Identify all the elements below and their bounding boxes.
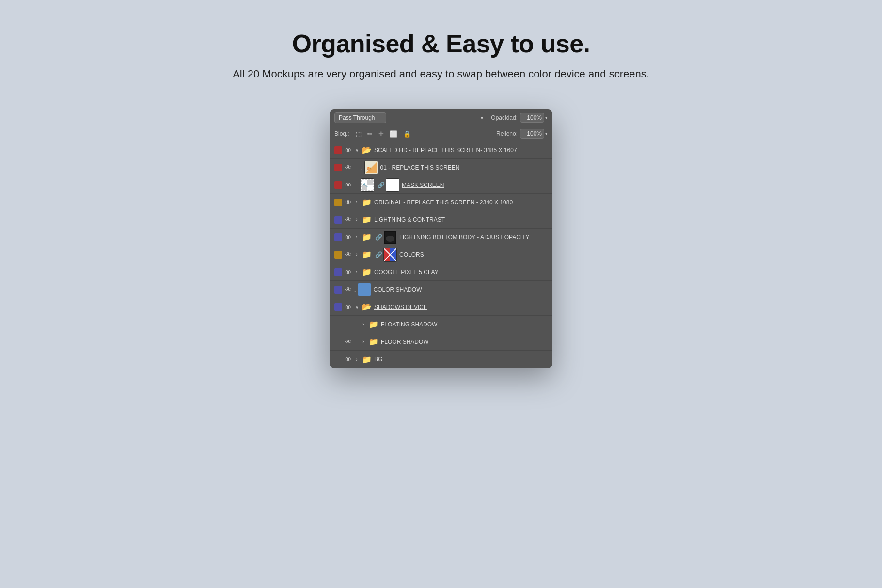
bloq-label: Bloq.: <box>334 130 349 137</box>
layer-visibility-toggle[interactable]: 👁 <box>343 232 354 243</box>
lock-artboard-icon[interactable]: ⬜ <box>388 130 399 138</box>
layer-row[interactable]: 👁 ↓ 🎨 01 - REPLACE THIS SCREEN <box>330 159 552 176</box>
layer-color-strip <box>333 298 343 316</box>
expand-chevron[interactable]: › <box>361 322 366 327</box>
layer-name: COLOR SHADOW <box>374 286 549 293</box>
page-subtitle: All 20 Mockups are very organised and ea… <box>233 68 649 80</box>
color-indicator <box>334 251 342 259</box>
color-indicator <box>334 233 342 241</box>
folder-icon: 📁 <box>369 320 378 329</box>
layer-visibility-toggle[interactable]: 👁 <box>343 354 354 365</box>
layer-row[interactable]: › 📁 FLOATING SHADOW <box>330 316 552 333</box>
folder-icon: 📂 <box>362 145 372 155</box>
layer-row[interactable]: 👁 › 📁 LIGHTNING & CONTRAST <box>330 211 552 229</box>
layer-visibility-toggle[interactable]: 👁 <box>343 284 354 295</box>
layer-name: SHADOWS DEVICE <box>374 304 549 310</box>
expand-chevron[interactable]: ∨ <box>354 304 360 309</box>
layer-row[interactable]: 👁 › 📁 ORIGINAL - REPLACE THIS SCREEN - 2… <box>330 194 552 211</box>
link-icon: 🔗 <box>375 251 382 258</box>
blend-mode-wrapper: Pass Through Normal Multiply Screen <box>334 112 486 123</box>
layer-visibility-toggle[interactable]: 👁 <box>343 162 354 173</box>
layer-name: BG <box>374 356 549 363</box>
layer-color-strip <box>333 141 343 159</box>
photoshop-layers-panel: Pass Through Normal Multiply Screen Opac… <box>330 109 552 368</box>
layer-color-strip <box>333 281 343 298</box>
expand-chevron[interactable]: ∨ <box>354 147 360 153</box>
layer-color-strip <box>333 159 343 176</box>
expand-chevron[interactable]: › <box>354 252 360 257</box>
expand-chevron[interactable]: › <box>354 269 360 275</box>
layer-name: FLOATING SHADOW <box>381 321 549 328</box>
layer-row[interactable]: 👁 ∨ 📂 SHADOWS DEVICE <box>330 298 552 316</box>
expand-chevron[interactable]: › <box>354 234 360 240</box>
layer-row[interactable]: 👁 🔧 🔗 MASK SCREEN <box>330 176 552 194</box>
layer-color-strip <box>333 351 343 368</box>
layer-row[interactable]: 👁 › 📁 FLOOR SHADOW <box>330 333 552 351</box>
folder-icon: 📁 <box>362 355 372 364</box>
color-indicator <box>334 216 342 224</box>
svg-point-8 <box>386 236 394 242</box>
folder-icon: 📁 <box>362 215 372 224</box>
blend-mode-select[interactable]: Pass Through Normal Multiply Screen <box>334 112 386 123</box>
layer-thumbnail <box>383 248 397 262</box>
svg-rect-10 <box>390 248 396 261</box>
sub-layer-arrow: ↓ <box>354 287 357 293</box>
layer-row[interactable]: 👁 ∨ 📂 SCALED HD - REPLACE THIS SCREEN- 3… <box>330 141 552 159</box>
fill-value[interactable]: 100% <box>520 129 544 139</box>
link-icon: 🔗 <box>375 234 382 241</box>
expand-chevron[interactable]: › <box>354 357 360 362</box>
folder-icon: 📁 <box>362 250 372 259</box>
layer-name: LIGHTNING & CONTRAST <box>374 217 549 223</box>
layer-color-strip <box>333 229 343 246</box>
folder-icon: 📁 <box>362 232 372 242</box>
layer-name: FLOOR SHADOW <box>381 339 549 345</box>
sub-layer-arrow: ↓ <box>361 165 363 170</box>
layer-name: 01 - REPLACE THIS SCREEN <box>380 164 549 171</box>
layer-name: GOOGLE PIXEL 5 CLAY <box>374 269 549 276</box>
svg-text:🔧: 🔧 <box>363 183 368 187</box>
layer-row[interactable]: 👁 ↓ COLOR SHADOW <box>330 281 552 298</box>
layer-color-strip <box>333 263 343 281</box>
folder-icon: 📂 <box>362 302 372 311</box>
layer-row[interactable]: 👁 › 📁 🔗 LIGHTNING BOTTOM BODY - ADJUST O… <box>330 229 552 246</box>
layer-row[interactable]: 👁 › 📁 GOOGLE PIXEL 5 CLAY <box>330 263 552 281</box>
color-indicator <box>334 146 342 154</box>
layer-visibility-toggle[interactable]: 👁 <box>343 337 354 347</box>
lock-all-icon[interactable]: 🔒 <box>402 130 412 138</box>
folder-icon: 📁 <box>362 267 372 277</box>
layer-row[interactable]: 👁 › 📁 🔗 COLORS <box>330 246 552 263</box>
opacity-value[interactable]: 100% <box>520 113 544 123</box>
layer-color-strip <box>333 211 343 229</box>
layer-color-strip <box>333 316 343 333</box>
blend-opacity-bar: Pass Through Normal Multiply Screen Opac… <box>330 109 552 126</box>
svg-text:🎨: 🎨 <box>367 166 372 171</box>
layer-thumbnail: 🎨 <box>364 161 378 174</box>
lock-fill-bar: Bloq.: ⬚ ✏ ✛ ⬜ 🔒 Relleno: 100% ▾ <box>330 126 552 141</box>
layer-visibility-toggle[interactable]: 👁 <box>343 302 354 312</box>
layer-visibility-toggle[interactable]: 👁 <box>343 145 354 155</box>
layer-color-strip <box>333 176 343 194</box>
layer-visibility-toggle[interactable]: 👁 <box>343 197 354 208</box>
lock-move-icon[interactable]: ✛ <box>377 130 385 138</box>
expand-chevron[interactable]: › <box>354 200 360 205</box>
svg-rect-5 <box>367 185 373 190</box>
color-indicator <box>334 268 342 276</box>
lock-paint-icon[interactable]: ✏ <box>366 130 374 138</box>
layer-row[interactable]: 👁 › 📁 BG <box>330 351 552 368</box>
layer-color-strip <box>333 246 343 263</box>
layer-mask-thumbnail <box>386 178 399 192</box>
color-indicator <box>334 164 342 171</box>
expand-chevron[interactable]: › <box>354 217 360 222</box>
fill-group: Relleno: 100% ▾ <box>496 129 548 139</box>
color-indicator <box>334 303 342 311</box>
layer-name: LIGHTNING BOTTOM BODY - ADJUST OPACITY <box>399 234 549 241</box>
lock-transparent-icon[interactable]: ⬚ <box>354 130 363 138</box>
layer-visibility-toggle[interactable]: 👁 <box>343 180 354 190</box>
layer-visibility-toggle[interactable]: 👁 <box>343 249 354 260</box>
expand-chevron[interactable]: › <box>361 339 366 344</box>
layer-name: COLORS <box>399 251 549 258</box>
link-icon: 🔗 <box>378 182 385 188</box>
layer-visibility-toggle[interactable]: 👁 <box>343 215 354 225</box>
layer-visibility-toggle[interactable]: 👁 <box>343 267 354 278</box>
color-indicator <box>334 181 342 189</box>
